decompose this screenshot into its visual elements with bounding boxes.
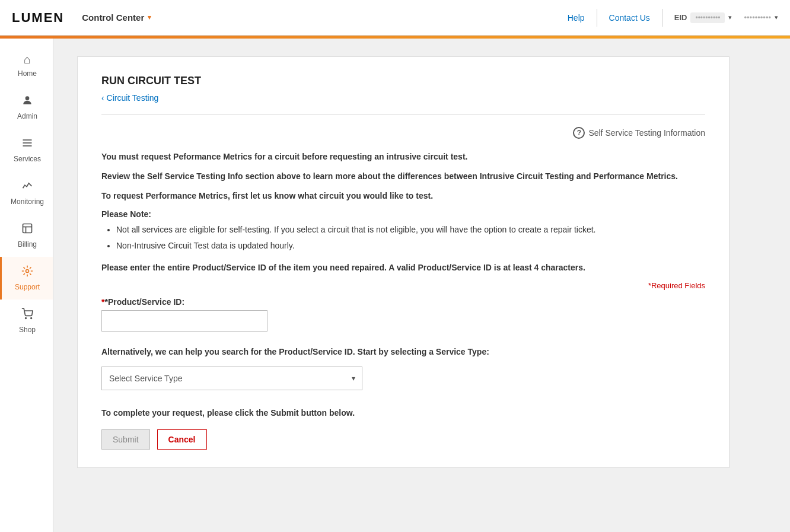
logo-text: LUMEN (12, 10, 64, 26)
sidebar-item-shop[interactable]: Shop (0, 300, 53, 342)
required-note: *Required Fields (101, 281, 705, 290)
alt-text: Alternatively, we can help you search fo… (101, 346, 705, 358)
svg-point-7 (26, 270, 29, 273)
main-content: RUN CIRCUIT TEST ‹ Circuit Testing ? Sel… (53, 39, 790, 532)
logo: LUMEN (12, 10, 64, 26)
nav-control-center[interactable]: Control Center ▾ (82, 12, 151, 23)
cancel-button[interactable]: Cancel (157, 429, 207, 450)
sidebar-label-monitoring: Monitoring (11, 197, 44, 206)
sidebar-label-admin: Admin (17, 112, 37, 120)
required-star: *Required Fields (648, 281, 705, 290)
product-service-id-input[interactable] (101, 310, 267, 332)
sidebar-item-billing[interactable]: Billing (0, 214, 53, 257)
submit-button[interactable]: Submit (101, 429, 150, 450)
product-label: **Product/Service ID: (101, 297, 705, 307)
user-chevron: ▾ (775, 14, 778, 21)
header: LUMEN Control Center ▾ Help Contact Us E… (0, 0, 790, 36)
nav-chevron: ▾ (148, 14, 151, 21)
services-icon (21, 137, 33, 152)
help-link[interactable]: Help (568, 13, 585, 23)
breadcrumb-link[interactable]: ‹ Circuit Testing (101, 93, 158, 103)
svg-point-0 (26, 96, 30, 100)
instruction-line1: You must request Peformance Metrics for … (101, 151, 705, 163)
sidebar-item-home[interactable]: ⌂ Home (0, 44, 53, 86)
contact-us-link[interactable]: Contact Us (609, 13, 650, 23)
monitoring-icon (21, 180, 33, 195)
eid-value: •••••••••• (690, 12, 725, 23)
sidebar-item-services[interactable]: Services (0, 129, 53, 171)
service-type-select[interactable]: Select Service Type (101, 367, 362, 390)
instruction-line2: Review the Self Service Testing Info sec… (101, 170, 705, 183)
content-card: RUN CIRCUIT TEST ‹ Circuit Testing ? Sel… (77, 56, 730, 468)
user-section[interactable]: •••••••••• ▾ (744, 13, 778, 22)
product-label-text: *Product/Service ID: (104, 297, 184, 307)
eid-section[interactable]: EID •••••••••• ▾ (674, 12, 732, 23)
divider (101, 114, 705, 115)
page-title: RUN CIRCUIT TEST (101, 75, 705, 87)
sidebar-item-support[interactable]: Support (0, 257, 53, 300)
header-right: Help Contact Us EID •••••••••• ▾ •••••••… (568, 9, 778, 27)
eid-label: EID (674, 13, 687, 22)
sidebar: ⌂ Home Admin Services Monitoring Billi (0, 39, 53, 532)
eid-chevron: ▾ (728, 14, 732, 21)
bullet-list: Not all services are eligible for self-t… (101, 224, 705, 252)
svg-rect-4 (23, 224, 32, 233)
header-sep-1 (597, 9, 597, 27)
main-layout: ⌂ Home Admin Services Monitoring Billi (0, 39, 790, 532)
service-type-wrapper: Select Service Type ▾ (101, 367, 362, 390)
svg-point-8 (26, 318, 27, 319)
sidebar-label-services: Services (14, 155, 41, 163)
admin-icon (21, 94, 33, 109)
submit-instruction: To complete your request, please click t… (101, 408, 705, 418)
info-circle-icon: ? (573, 127, 585, 139)
bullet-item-1: Not all services are eligible for self-t… (116, 224, 705, 236)
info-section: ? Self Service Testing Information (101, 127, 705, 139)
info-badge-label: Self Service Testing Information (588, 128, 705, 138)
note-label: Please Note: (101, 209, 705, 219)
sidebar-label-shop: Shop (19, 326, 36, 334)
bullet-item-2: Non-Intrusive Circuit Test data is updat… (116, 240, 705, 252)
billing-icon (21, 222, 33, 237)
shop-icon (21, 308, 33, 323)
home-icon: ⌂ (24, 53, 31, 66)
info-badge[interactable]: ? Self Service Testing Information (573, 127, 705, 139)
sidebar-label-support: Support (15, 283, 40, 291)
product-instruction: Please enter the entire Product/Service … (101, 262, 705, 274)
sidebar-label-home: Home (18, 69, 37, 78)
sidebar-label-billing: Billing (18, 240, 37, 249)
support-icon (21, 265, 33, 280)
user-value: •••••••••• (744, 13, 771, 22)
sidebar-item-admin[interactable]: Admin (0, 86, 53, 129)
button-row: Submit Cancel (101, 429, 705, 450)
instruction-line3: To request Performance Metrics, first le… (101, 190, 705, 202)
nav-label: Control Center (82, 12, 144, 23)
svg-point-9 (31, 318, 32, 319)
header-sep-2 (662, 9, 662, 27)
sidebar-item-monitoring[interactable]: Monitoring (0, 171, 53, 214)
